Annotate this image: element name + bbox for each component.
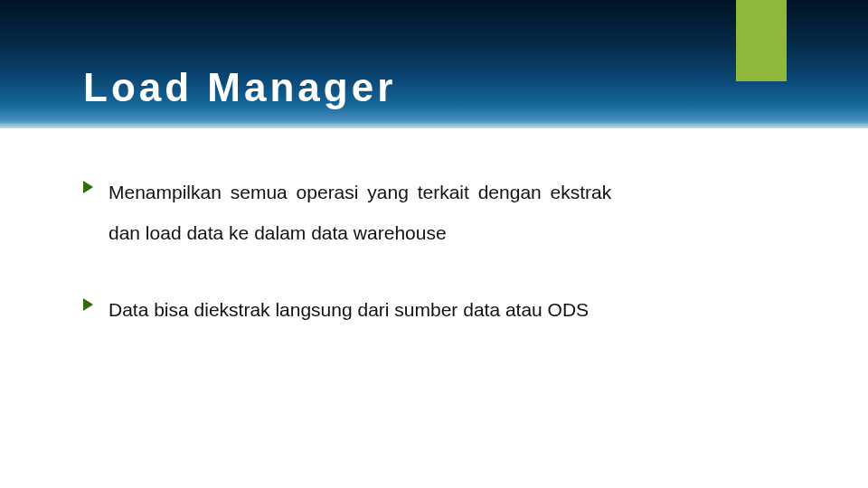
- bullet-text: Menampilkan semua operasi yang terkait d…: [108, 172, 784, 212]
- bullet-arrow-icon: [83, 298, 93, 311]
- content-area: Menampilkan semua operasi yang terkait d…: [83, 172, 784, 366]
- slide: Load Manager Menampilkan semua operasi y…: [0, 0, 868, 488]
- bullet-arrow-icon: [83, 181, 93, 193]
- list-item: Menampilkan semua operasi yang terkait d…: [83, 172, 784, 253]
- slide-title: Load Manager: [83, 65, 396, 110]
- accent-bar: [736, 0, 787, 81]
- bullet-text: Data bisa diekstrak langsung dari sumber…: [108, 289, 784, 330]
- list-item: Data bisa diekstrak langsung dari sumber…: [83, 289, 784, 330]
- bullet-text: dan load data ke dalam data warehouse: [108, 212, 784, 253]
